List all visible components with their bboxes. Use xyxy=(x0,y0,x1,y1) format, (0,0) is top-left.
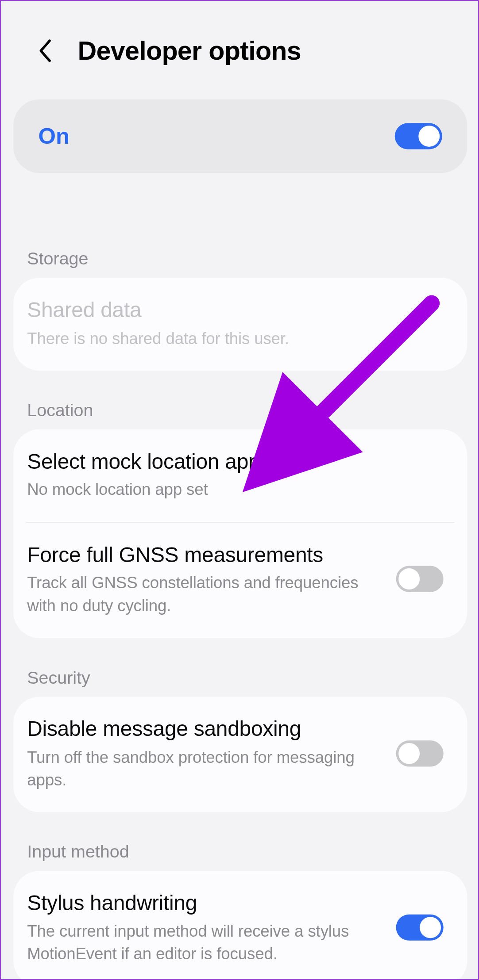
row-title: Disable message sandboxing xyxy=(27,716,383,742)
row-subtitle: No mock location app set xyxy=(27,478,443,501)
row-title: Stylus handwriting xyxy=(27,890,383,916)
row-subtitle: There is no shared data for this user. xyxy=(27,327,443,349)
card-input: Stylus handwriting The current input met… xyxy=(13,871,467,980)
row-title: Select mock location app xyxy=(27,448,443,475)
row-disable-sandbox[interactable]: Disable message sandboxing Turn off the … xyxy=(13,697,467,812)
row-shared-data[interactable]: Shared data There is no shared data for … xyxy=(13,278,467,371)
row-subtitle: Turn off the sandbox protection for mess… xyxy=(27,746,383,791)
gnss-toggle[interactable] xyxy=(396,566,444,592)
back-button[interactable] xyxy=(29,35,60,67)
card-storage: Shared data There is no shared data for … xyxy=(13,278,467,371)
row-mock-location[interactable]: Select mock location app No mock locatio… xyxy=(13,429,467,522)
section-label-input: Input method xyxy=(1,812,479,871)
stylus-toggle[interactable] xyxy=(396,915,444,941)
master-toggle-label: On xyxy=(39,123,70,149)
header: Developer options xyxy=(1,1,479,95)
row-subtitle: The current input method will receive a … xyxy=(27,920,383,965)
master-toggle[interactable] xyxy=(395,123,442,149)
sandbox-toggle[interactable] xyxy=(396,740,444,766)
row-title: Shared data xyxy=(27,296,443,323)
master-toggle-row[interactable]: On xyxy=(13,100,467,173)
row-force-gnss[interactable]: Force full GNSS measurements Track all G… xyxy=(13,523,467,638)
chevron-left-icon xyxy=(37,38,52,63)
page-title: Developer options xyxy=(77,36,301,66)
section-label-location: Location xyxy=(1,371,479,429)
row-subtitle: Track all GNSS constellations and freque… xyxy=(27,572,383,617)
row-stylus-handwriting[interactable]: Stylus handwriting The current input met… xyxy=(13,871,467,980)
card-location: Select mock location app No mock locatio… xyxy=(13,429,467,639)
section-label-storage: Storage xyxy=(1,212,479,278)
card-security: Disable message sandboxing Turn off the … xyxy=(13,697,467,812)
row-title: Force full GNSS measurements xyxy=(27,541,383,568)
section-label-security: Security xyxy=(1,638,479,697)
